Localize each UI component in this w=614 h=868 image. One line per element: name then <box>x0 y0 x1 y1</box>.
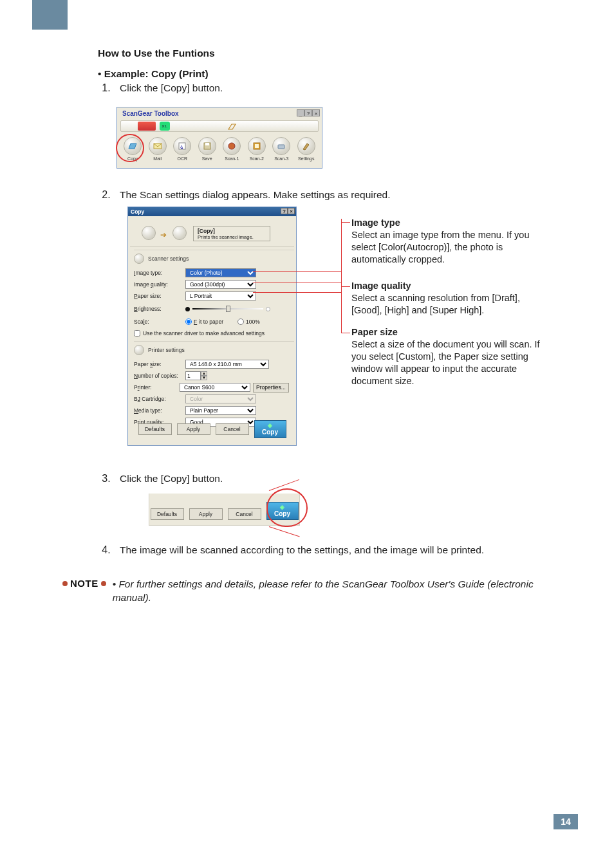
image-type-select[interactable]: Color (Photo) <box>185 268 256 277</box>
mail-icon <box>153 141 163 151</box>
apply-button[interactable]: Apply <box>177 423 210 435</box>
step-number: 4. <box>98 544 115 556</box>
toolbox-copy-button[interactable]: Copy <box>122 137 144 161</box>
leader-line-image-type <box>253 271 341 272</box>
ocr-icon: A̲ <box>177 141 187 151</box>
leader-tip <box>341 286 350 287</box>
defaults-button[interactable]: Defaults <box>138 423 172 435</box>
toolbox-scan3-button[interactable]: Scan-3 <box>270 137 292 161</box>
svg-rect-4 <box>205 143 209 145</box>
annotation-image-type: Image type Select an image type from the… <box>351 217 552 266</box>
scanner-settings-group: Scanner settings <box>134 250 294 264</box>
copies-spinner[interactable]: ▲ ▼ <box>185 371 207 380</box>
toolbox-button-row: Copy Mail A̲ OCR Save Scan-1 Scan-2 Scan… <box>120 137 319 165</box>
dialog-button-row: Defaults Apply Cancel ◈Copy <box>130 419 294 439</box>
dialog-help-button[interactable]: ? <box>281 208 288 214</box>
image-quality-select[interactable]: Good (300dpi) <box>185 280 256 289</box>
toolbox-scan-glyph-icon <box>227 122 237 131</box>
printer-label: Printer: <box>130 384 180 391</box>
step-text: The image will be scanned according to t… <box>120 544 548 556</box>
dialog-header-title: [Copy] <box>198 228 266 234</box>
annotation-paper-size: Paper size Select a size of the document… <box>351 327 552 387</box>
dialog-close-button[interactable]: × <box>288 208 295 214</box>
apply-button[interactable]: Apply <box>189 508 223 520</box>
defaults-button[interactable]: Defaults <box>151 508 184 520</box>
diamond-icon: ◈ <box>268 423 272 429</box>
toolbox-window-buttons: _ ? × <box>297 109 320 116</box>
close-button[interactable]: × <box>312 109 320 116</box>
leader-line-image-quality <box>253 282 341 282</box>
toolbox-scan1-button[interactable]: Scan-1 <box>221 137 243 161</box>
printer-settings-group: Printer settings <box>134 341 294 355</box>
toolbox-strip-tag: X1. <box>160 122 170 131</box>
brightness-slider[interactable] <box>185 307 270 311</box>
svg-rect-7 <box>255 144 259 148</box>
printer-icon <box>172 226 187 240</box>
toolbox-brush-icon <box>138 122 156 131</box>
scangear-toolbox-window: ScanGear Toolbox _ ? × X1. Copy Mail A̲ … <box>116 107 322 169</box>
page-content: How to Use the Funtions • Example: Copy … <box>98 48 548 107</box>
note-dot-icon <box>62 581 68 586</box>
step-number: 1. <box>98 82 115 94</box>
printer-select[interactable]: Canon S600 <box>180 383 250 392</box>
printer-mini-icon <box>134 345 144 355</box>
scan1-icon <box>227 141 237 151</box>
copy-button[interactable]: ◈Copy <box>266 502 299 520</box>
scale-fit-radio[interactable]: Fit to paper <box>185 319 223 325</box>
leader-vert <box>341 222 342 296</box>
spinner-up-button[interactable]: ▲ <box>201 371 207 376</box>
note-dot-icon <box>101 581 106 586</box>
image-type-label: Image type: <box>130 270 185 276</box>
svg-rect-8 <box>278 145 284 149</box>
copy-icon <box>127 141 138 151</box>
toolbox-settings-button[interactable]: Settings <box>295 137 317 161</box>
save-icon <box>202 141 212 151</box>
step-number: 2. <box>98 189 115 201</box>
scale-label: Scale: <box>130 319 185 325</box>
step-text: Click the [Copy] button. <box>120 82 548 94</box>
page-top-accent <box>32 0 68 30</box>
toolbox-scan2-button[interactable]: Scan-2 <box>246 137 268 161</box>
cancel-button[interactable]: Cancel <box>228 508 261 520</box>
page-number-badge: 14 <box>554 814 578 829</box>
toolbox-ocr-button[interactable]: A̲ OCR <box>171 137 193 161</box>
copies-input[interactable] <box>185 371 201 380</box>
copies-label: Number of copies: <box>130 373 185 379</box>
leader-vert <box>341 286 342 333</box>
minimize-button[interactable]: _ <box>297 109 304 116</box>
toolbox-save-button[interactable]: Save <box>196 137 218 161</box>
image-quality-label: Image quality: <box>130 281 185 288</box>
paper-size-select[interactable]: L Portrait <box>185 291 256 300</box>
dialog-title: Copy <box>131 208 144 215</box>
cartridge-select: Color <box>185 394 256 403</box>
step3-lead-bottom <box>269 526 300 537</box>
media-type-label: Media type: <box>130 407 185 414</box>
scanner-icon <box>142 226 156 240</box>
help-button[interactable]: ? <box>304 109 312 116</box>
cancel-button[interactable]: Cancel <box>216 423 249 435</box>
scale-100-radio[interactable]: 100% <box>237 319 260 325</box>
spinner-down-button[interactable]: ▼ <box>201 376 207 380</box>
diamond-icon: ◈ <box>280 504 284 510</box>
note-badge: NOTE <box>62 578 106 589</box>
toolbox-strip: X1. <box>120 120 319 132</box>
step3-button-bar: Defaults Apply Cancel ◈Copy <box>149 494 300 526</box>
advanced-checkbox[interactable]: Use the scanner driver to make advanced … <box>130 330 265 337</box>
svg-point-5 <box>228 143 235 149</box>
step-number: 3. <box>98 473 115 485</box>
light-icon <box>266 307 270 311</box>
dark-icon <box>185 307 190 311</box>
annotation-image-quality: Image quality Select a scanning resoluti… <box>351 281 552 317</box>
subsection-heading: • Example: Copy (Print) <box>98 68 548 80</box>
toolbox-mail-button[interactable]: Mail <box>147 137 169 161</box>
print-paper-size-label: Paper size: <box>130 361 185 367</box>
note-text: • For further settings and details, plea… <box>113 578 566 605</box>
print-paper-size-select[interactable]: A5 148.0 x 210.0 mm <box>185 360 269 369</box>
step-text: The Scan settings dialog appears. Make s… <box>120 189 548 201</box>
media-type-select[interactable]: Plain Paper <box>185 406 256 415</box>
copy-button[interactable]: ◈Copy <box>254 420 286 438</box>
slider-thumb[interactable] <box>226 306 230 312</box>
dialog-header-box: [Copy] Prints the scanned image. <box>193 226 270 241</box>
properties-button[interactable]: Properties... <box>253 383 289 392</box>
arrow-icon: ➔ <box>160 230 167 239</box>
